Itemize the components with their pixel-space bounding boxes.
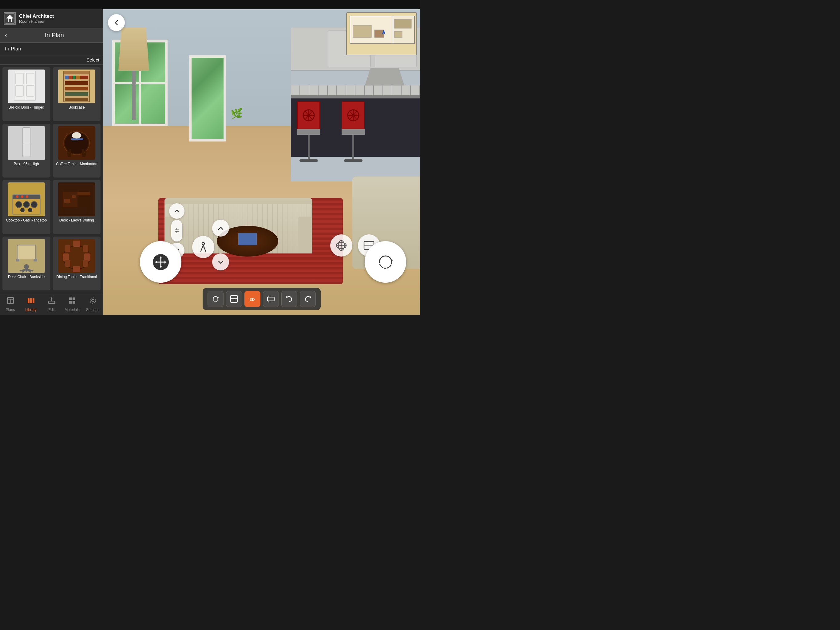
svg-rect-13 [73, 76, 75, 79]
svg-point-81 [90, 298, 96, 303]
svg-point-35 [20, 208, 25, 212]
svg-line-44 [87, 207, 89, 215]
toolbar-undo-button[interactable] [281, 291, 297, 307]
sofa-arm-right [298, 217, 312, 253]
svg-rect-87 [353, 25, 371, 38]
svg-point-80 [92, 299, 94, 302]
item-label-deskchair: Desk Chair - Bankside [8, 275, 44, 280]
svg-rect-61 [84, 253, 90, 261]
item-cooktop[interactable]: Cooktop - Gas Rangetop [2, 180, 51, 234]
svg-rect-63 [83, 245, 88, 252]
svg-rect-62 [65, 245, 70, 252]
item-deskchair[interactable]: Desk Chair - Bankside [2, 237, 51, 291]
tab-plans[interactable]: Plans [0, 293, 21, 315]
view-up-group [212, 220, 229, 237]
height-slider[interactable] [171, 220, 182, 242]
svg-rect-15 [65, 81, 88, 85]
toolbar-floorplan-button[interactable] [226, 291, 242, 307]
item-thumb-cooktop [8, 182, 45, 216]
svg-rect-11 [65, 76, 69, 79]
vent-hood [365, 68, 405, 86]
pan-control-group [140, 241, 182, 283]
item-desk[interactable]: Desk - Lady's Writing [53, 180, 101, 234]
select-row: Select [0, 55, 103, 65]
item-box96[interactable]: Box - 96in High [2, 123, 51, 178]
item-thumb-desk [58, 182, 95, 216]
app-title-sub: Room Planner [19, 19, 54, 24]
svg-rect-76 [69, 298, 72, 300]
app-logo [4, 12, 16, 25]
top-bar [0, 0, 420, 9]
svg-point-39 [26, 195, 28, 198]
pan-button[interactable] [140, 241, 182, 283]
settings-icon [88, 296, 97, 307]
back-button-3d[interactable] [108, 14, 125, 31]
svg-rect-46 [72, 195, 76, 198]
toolbar-3d-button[interactable]: 3D [245, 291, 261, 307]
svg-rect-47 [17, 245, 36, 261]
window-right [189, 55, 226, 141]
select-button[interactable]: Select [87, 57, 99, 62]
edit-icon [47, 296, 56, 307]
svg-point-36 [28, 208, 32, 212]
svg-line-28 [70, 149, 70, 157]
svg-point-37 [16, 195, 19, 198]
bar-stools-area [297, 101, 365, 162]
minimap-svg [347, 13, 417, 55]
view-up-button[interactable] [212, 220, 229, 237]
rotate-button[interactable] [365, 241, 406, 283]
stool-base-2 [344, 159, 363, 162]
table-book [238, 233, 257, 245]
bottom-tabs: Plans Library Edit [0, 293, 103, 315]
svg-point-33 [24, 201, 30, 207]
item-bookcase[interactable]: Bookcase [53, 67, 101, 121]
tab-materials-label: Materials [65, 308, 80, 312]
svg-rect-60 [63, 253, 69, 261]
tab-settings[interactable]: Settings [82, 293, 103, 315]
toolbar-perspective-button[interactable] [263, 291, 279, 307]
item-bifold[interactable]: Bi-Fold Door - Hinged [2, 67, 51, 121]
stool-base-1 [300, 159, 318, 162]
svg-rect-59 [73, 266, 80, 272]
tab-library-label: Library [25, 308, 36, 312]
tab-materials[interactable]: Materials [62, 293, 82, 315]
walk-mode-button[interactable] [192, 236, 214, 258]
stool-post-1 [308, 135, 309, 159]
back-arrow-button[interactable]: ‹ [5, 32, 7, 39]
svg-rect-17 [65, 92, 88, 96]
svg-rect-24 [72, 141, 78, 141]
item-coffeetable[interactable]: Coffee Table - Manhattan [53, 123, 101, 178]
svg-rect-112 [267, 297, 274, 301]
item-thumb-diningtable [58, 239, 95, 273]
svg-rect-1 [9, 19, 11, 22]
toolbar-rotate-view-button[interactable] [208, 291, 224, 307]
orbit-button-group [330, 234, 352, 256]
library-icon [27, 296, 35, 307]
svg-rect-45 [64, 199, 70, 203]
minimap [346, 12, 417, 55]
stool-back-1 [297, 101, 320, 129]
orbit-button[interactable] [330, 234, 352, 256]
svg-point-32 [16, 201, 22, 207]
rotate-control-group [365, 241, 406, 283]
view-down-button[interactable] [212, 253, 229, 271]
item-thumb-coffeetable [58, 126, 95, 160]
left-panel: Chief Architect Room Planner ‹ In Plan I… [0, 9, 103, 315]
lamp-base [132, 71, 136, 120]
svg-rect-64 [65, 260, 70, 267]
counter-edge [291, 95, 420, 98]
svg-line-43 [63, 207, 64, 215]
svg-rect-23 [71, 138, 83, 140]
item-diningtable[interactable]: Dining Table - Traditional [53, 237, 101, 291]
svg-rect-42 [77, 195, 90, 207]
tilt-up-button[interactable] [169, 203, 185, 219]
item-thumb-box96 [8, 126, 45, 160]
svg-text:3D: 3D [249, 297, 255, 302]
toolbar-redo-button[interactable] [300, 291, 316, 307]
svg-rect-65 [83, 260, 88, 267]
item-label-coffeetable: Coffee Table - Manhattan [56, 162, 97, 167]
item-label-cooktop: Cooktop - Gas Rangetop [6, 218, 47, 223]
stool-back-2 [342, 101, 365, 129]
tab-library[interactable]: Library [21, 293, 41, 315]
tab-edit[interactable]: Edit [41, 293, 62, 315]
